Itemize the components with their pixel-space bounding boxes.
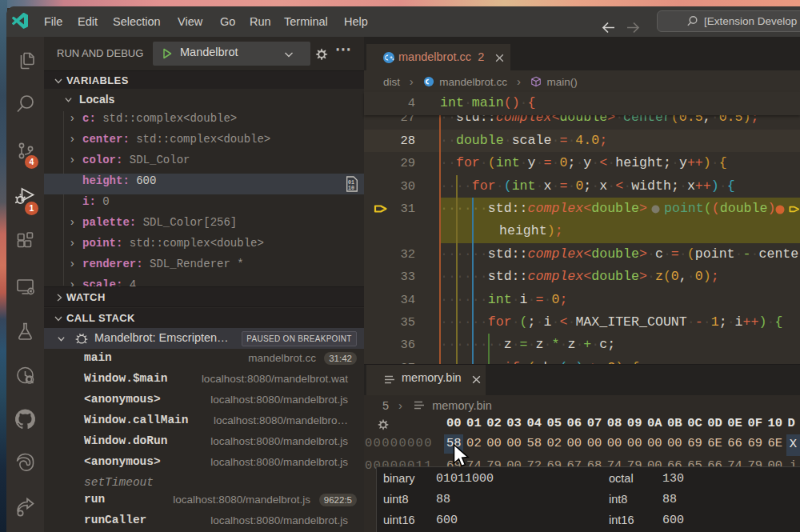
svg-text:01: 01 [348, 180, 354, 186]
svg-text:10: 10 [348, 186, 354, 191]
